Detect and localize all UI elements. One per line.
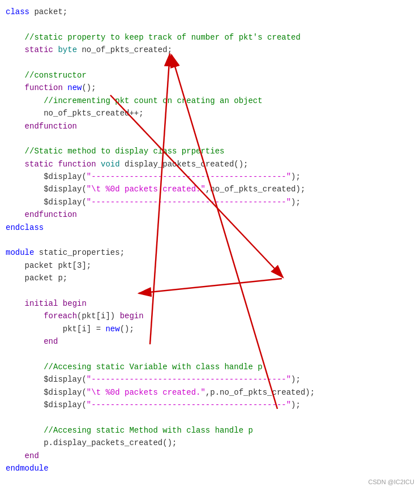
code-line: endclass [6, 221, 414, 234]
code-line: //incrementing pkt count on creating an … [6, 95, 414, 107]
code-line [6, 18, 414, 31]
code-line: module static_properties; [6, 246, 414, 259]
code-line: //Accesing static Variable with class ha… [6, 361, 414, 373]
code-line: function new(); [6, 82, 414, 94]
code-line: class packet; [6, 6, 414, 18]
code-line: packet pkt[3]; [6, 259, 414, 272]
code-line: endmodule [6, 462, 414, 475]
code-line: no_of_pkts_created++; [6, 107, 414, 119]
code-line: pkt[i] = new(); [6, 323, 414, 335]
code-block: class packet; //static property to keep … [6, 6, 414, 475]
code-line [6, 412, 414, 424]
code-line: p.display_packets_created(); [6, 437, 414, 449]
code-line: packet p; [6, 272, 414, 284]
code-line: //static property to keep track of numbe… [6, 31, 414, 44]
code-line: static function void display_packets_cre… [6, 158, 414, 170]
code-line [6, 234, 414, 246]
code-line: end [6, 335, 414, 348]
code-line: endfunction [6, 120, 414, 133]
code-line: //Static method to display class prperti… [6, 145, 414, 157]
code-line: initial begin [6, 297, 414, 310]
code-line: $display("------------------------------… [6, 170, 414, 183]
code-line: static byte no_of_pkts_created; [6, 44, 414, 56]
code-line: //constructor [6, 69, 414, 82]
code-line [6, 57, 414, 69]
code-line: //Accesing static Method with class hand… [6, 424, 414, 437]
code-line: $display("------------------------------… [6, 373, 414, 386]
code-line: end [6, 450, 414, 462]
code-line: $display("------------------------------… [6, 196, 414, 208]
code-container: class packet; //static property to keep … [0, 0, 420, 492]
code-line [6, 133, 414, 145]
code-line [6, 285, 414, 297]
code-line: foreach(pkt[i]) begin [6, 310, 414, 322]
code-line: $display("\t %0d packets created.",no_of… [6, 183, 414, 195]
code-line [6, 348, 414, 361]
code-line: $display("------------------------------… [6, 399, 414, 411]
code-line: endfunction [6, 208, 414, 221]
code-line: $display("\t %0d packets created.",p.no_… [6, 386, 414, 399]
watermark: CSDN @IC2ICU [368, 477, 414, 488]
